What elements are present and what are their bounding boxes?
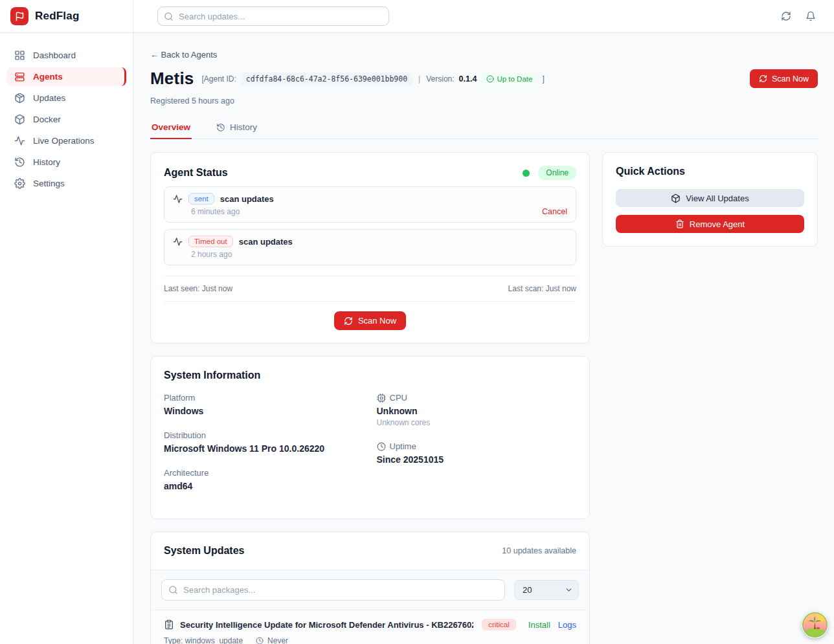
last-scan-text: Last scan: Just now <box>508 284 576 293</box>
agent-header: Metis [Agent ID: cdfdfa84-68c6-47a2-8f56… <box>150 69 818 89</box>
sidebar-item-label: History <box>33 157 60 167</box>
quick-actions-card: Quick Actions View All Updates Remove Ag… <box>602 152 818 247</box>
clock-icon <box>377 442 386 451</box>
update-type: Type: windows_update <box>164 636 243 644</box>
event-status-badge: Timed out <box>188 236 233 247</box>
redflag-logo[interactable] <box>10 7 28 25</box>
sidebar-item-label: Settings <box>33 179 65 188</box>
search-updates-input[interactable] <box>157 6 389 26</box>
cancel-event-link[interactable]: Cancel <box>542 207 567 216</box>
brand-header: RedFlag <box>0 0 133 33</box>
left-column: Agent Status Online sent scan updates <box>150 152 590 644</box>
meta-divider: | <box>418 74 420 83</box>
docker-icon <box>14 114 25 125</box>
uptime-field: Uptime Since 20251015 <box>377 441 577 465</box>
platform-field: Platform Windows <box>164 393 364 416</box>
sidebar: RedFlag Dashboard Agents Updates Docker … <box>0 0 133 644</box>
agent-status-card: Agent Status Online sent scan updates <box>150 152 590 344</box>
notifications-button[interactable] <box>806 11 816 21</box>
sidebar-item-settings[interactable]: Settings <box>6 174 126 193</box>
island-widget[interactable] <box>802 612 828 638</box>
up-to-date-badge: Up to Date <box>481 73 537 85</box>
sidebar-item-updates[interactable]: Updates <box>6 89 126 107</box>
clipboard-icon <box>164 619 174 630</box>
sidebar-item-label: Docker <box>33 115 61 124</box>
cpu-field: CPU Unknown Unknown cores <box>377 393 577 427</box>
live-operations-icon <box>14 135 25 146</box>
distribution-label: Distribution <box>164 430 364 440</box>
history-icon <box>14 157 25 168</box>
history-icon <box>216 123 225 132</box>
topbar-actions <box>781 11 816 21</box>
search-packages-input[interactable] <box>161 579 505 601</box>
cpu-value: Unknown <box>377 406 577 416</box>
cpu-icon <box>377 394 386 403</box>
scan-now-button-card[interactable]: Scan Now <box>334 311 406 330</box>
bell-icon <box>806 11 816 21</box>
island-icon <box>802 612 828 638</box>
event-status-badge: sent <box>188 193 214 205</box>
system-updates-title: System Updates <box>164 545 245 557</box>
main-area: ← Back to Agents Metis [Agent ID: cdfdfa… <box>133 0 834 644</box>
updates-available-count: 10 updates available <box>502 546 576 555</box>
system-info-left: Platform Windows Distribution Microsoft … <box>164 393 364 505</box>
event-action: scan updates <box>220 194 274 204</box>
system-updates-card: System Updates 10 updates available 20 <box>150 531 590 644</box>
refresh-icon <box>344 316 353 326</box>
architecture-value: amd64 <box>164 481 364 491</box>
bracket-close: ] <box>542 74 544 83</box>
back-to-agents-link[interactable]: ← Back to Agents <box>150 50 217 60</box>
search-icon <box>164 12 174 21</box>
version-label: Version: <box>426 74 454 83</box>
agent-id-value: cdfdfa84-68c6-47a2-8f56-639e001bb900 <box>241 72 412 85</box>
page-size-select[interactable]: 20 <box>514 580 579 600</box>
settings-icon <box>14 178 25 189</box>
tab-history[interactable]: History <box>215 122 258 139</box>
clock-icon <box>256 637 264 644</box>
status-event-row: sent scan updates 6 minutes ago Cancel <box>164 186 576 223</box>
tab-overview[interactable]: Overview <box>150 122 192 139</box>
system-information-card: System Information Platform Windows Dist… <box>150 356 590 519</box>
platform-value: Windows <box>164 406 364 416</box>
page-size-select-wrap: 20 <box>514 580 579 600</box>
refresh-icon <box>781 11 791 21</box>
agent-status-title: Agent Status <box>164 167 228 179</box>
global-search <box>157 6 389 26</box>
activity-icon <box>173 194 183 204</box>
registered-text: Registered 5 hours ago <box>150 96 818 105</box>
page-title: Metis <box>150 69 194 89</box>
sidebar-item-agents[interactable]: Agents <box>6 67 126 86</box>
view-all-updates-button[interactable]: View All Updates <box>616 189 804 207</box>
online-badge: Online <box>538 166 576 180</box>
scan-now-button-header[interactable]: Scan Now <box>750 69 818 88</box>
distribution-value: Microsoft Windows 11 Pro 10.0.26220 <box>164 443 364 454</box>
page-content: ← Back to Agents Metis [Agent ID: cdfdfa… <box>133 33 834 644</box>
logs-link[interactable]: Logs <box>558 620 576 630</box>
refresh-button[interactable] <box>781 11 791 21</box>
online-status: Online <box>523 166 576 180</box>
update-name: Security Intelligence Update for Microso… <box>180 620 473 630</box>
refresh-icon <box>759 74 767 83</box>
updates-icon <box>14 93 25 104</box>
cpu-label: CPU <box>390 393 407 403</box>
sidebar-item-dashboard[interactable]: Dashboard <box>6 46 126 65</box>
uptime-label: Uptime <box>390 441 416 451</box>
sidebar-item-docker[interactable]: Docker <box>6 110 126 129</box>
remove-agent-button[interactable]: Remove Agent <box>616 215 804 233</box>
install-link[interactable]: Install <box>528 620 550 630</box>
version-value: 0.1.4 <box>459 74 477 83</box>
check-circle-icon <box>486 75 494 83</box>
sidebar-item-label: Dashboard <box>33 50 76 60</box>
sidebar-item-history[interactable]: History <box>6 153 126 172</box>
trash-icon <box>675 219 684 228</box>
activity-icon <box>173 237 183 247</box>
update-schedule: Never <box>267 636 288 644</box>
agent-meta: [Agent ID: cdfdfa84-68c6-47a2-8f56-639e0… <box>201 72 544 85</box>
sidebar-item-live-operations[interactable]: Live Operations <box>6 131 126 150</box>
uptime-value: Since 20251015 <box>377 454 577 465</box>
package-icon <box>671 194 681 203</box>
sidebar-nav: Dashboard Agents Updates Docker Live Ope… <box>0 33 133 206</box>
status-event-row: Timed out scan updates 2 hours ago <box>164 229 576 265</box>
sidebar-item-label: Updates <box>33 93 65 103</box>
agent-id-label: [Agent ID: <box>201 74 236 83</box>
